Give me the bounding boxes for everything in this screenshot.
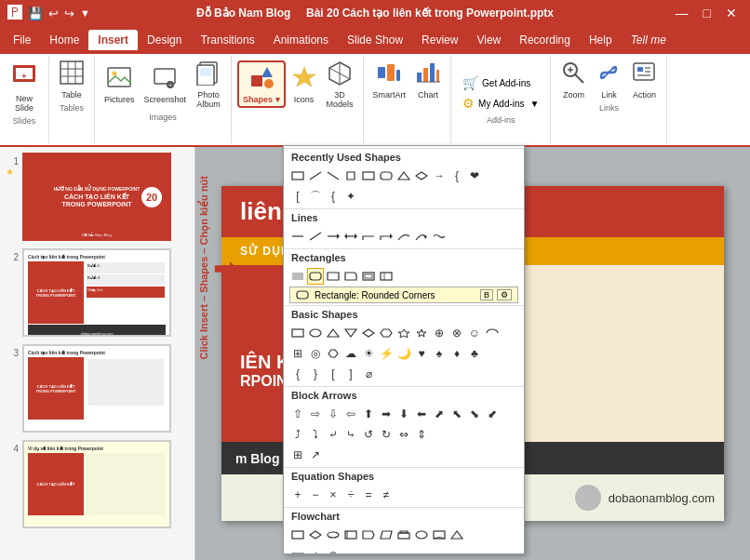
- shape-bs-26[interactable]: [: [325, 366, 342, 382]
- shape-brace[interactable]: {: [449, 167, 465, 184]
- eq-5[interactable]: =: [360, 487, 377, 503]
- zoom-button[interactable]: Zoom: [556, 58, 590, 101]
- line-scribble[interactable]: [431, 228, 448, 245]
- screenshot-button[interactable]: + Screenshot: [141, 62, 191, 106]
- rect-fold[interactable]: [342, 268, 359, 285]
- shape-angle[interactable]: ⌒: [307, 188, 324, 205]
- shape-bs-8[interactable]: [413, 325, 430, 341]
- line-straight[interactable]: [289, 228, 306, 245]
- fc-7[interactable]: [395, 527, 412, 543]
- customize-icon[interactable]: ▼: [80, 7, 90, 19]
- shape-bs-18[interactable]: ⚡: [378, 345, 395, 362]
- shape-curly[interactable]: {: [325, 188, 342, 205]
- ba-4[interactable]: ⇦: [342, 406, 359, 422]
- slide-thumb-3[interactable]: 3 Cách tạo liên kết trong Powerpoint CÁC…: [4, 342, 191, 434]
- redo-icon[interactable]: ↪: [64, 7, 74, 20]
- shape-bs-14[interactable]: ◎: [307, 345, 324, 362]
- photo-album-button[interactable]: PhotoAlbum: [192, 58, 225, 111]
- line-dbl-arrow[interactable]: [342, 228, 359, 245]
- fc-13[interactable]: ⊙: [325, 547, 342, 554]
- ba-19[interactable]: ⇔: [395, 426, 412, 443]
- shape-tri[interactable]: [395, 167, 412, 184]
- menu-view[interactable]: View: [467, 30, 510, 50]
- shape-line2[interactable]: [325, 167, 342, 184]
- get-addins-button[interactable]: 🛒 Get Add-ins: [459, 74, 542, 91]
- menu-file[interactable]: File: [4, 30, 40, 50]
- ba-9[interactable]: ⬈: [431, 406, 448, 422]
- shape-diamond[interactable]: [413, 167, 430, 184]
- rect-snip-corner[interactable]: [325, 268, 342, 285]
- ba-13[interactable]: ⤴: [289, 426, 306, 443]
- shape-bs-11[interactable]: ☺: [466, 325, 483, 341]
- maximize-button[interactable]: □: [698, 6, 717, 20]
- rect-rounded[interactable]: [307, 268, 324, 285]
- tooltip-btn1[interactable]: B: [480, 289, 493, 300]
- menu-help[interactable]: Help: [580, 30, 622, 50]
- shape-parallelogram[interactable]: [342, 167, 359, 184]
- shape-heart[interactable]: ❤: [466, 167, 483, 184]
- slide-thumb-1[interactable]: 1 ★ HƯỚNG DẪN SỬ DỤNG POWERPOINT CÁCH TẠ…: [4, 151, 191, 243]
- shape-bs-2[interactable]: [307, 325, 324, 341]
- ba-8[interactable]: ⬅: [413, 406, 430, 422]
- shape-bs-10[interactable]: ⊗: [449, 325, 465, 341]
- menu-review[interactable]: Review: [412, 30, 467, 50]
- ba-3[interactable]: ⇩: [325, 406, 342, 422]
- save-icon[interactable]: 💾: [28, 7, 43, 20]
- new-slide-button[interactable]: + NewSlide: [6, 58, 43, 114]
- menu-insert[interactable]: Insert: [88, 30, 138, 50]
- shape-bs-15[interactable]: [325, 345, 342, 362]
- menu-slideshow[interactable]: Slide Show: [338, 30, 412, 50]
- shape-bs-4[interactable]: [342, 325, 359, 341]
- menu-animations[interactable]: Animations: [264, 30, 338, 50]
- icons-button[interactable]: Icons: [288, 62, 321, 106]
- ba-21[interactable]: ⊞: [289, 447, 306, 463]
- shape-rect[interactable]: [289, 167, 306, 184]
- minimize-button[interactable]: —: [670, 6, 694, 20]
- slide-thumb-4[interactable]: 4 Ví dụ về liên kết trong Powerpoint CÁC…: [4, 438, 191, 530]
- ba-1[interactable]: ⇧: [289, 406, 306, 422]
- eq-6[interactable]: ≠: [378, 487, 395, 503]
- ba-18[interactable]: ↻: [378, 426, 395, 443]
- ba-11[interactable]: ⬊: [466, 406, 483, 422]
- shape-bs-28[interactable]: ⌀: [360, 366, 377, 382]
- fc-6[interactable]: [378, 527, 395, 543]
- shape-bs-22[interactable]: ♦: [449, 345, 465, 362]
- shape-bs-6[interactable]: [378, 325, 395, 341]
- line-elbow-arrow[interactable]: [378, 228, 395, 245]
- fc-4[interactable]: [342, 527, 359, 543]
- shape-bs-27[interactable]: ]: [342, 366, 359, 382]
- shape-bs-7[interactable]: [395, 325, 412, 341]
- slide-thumb-2[interactable]: 2 Cách tạo liên kết trong Powerpoint CÁC…: [4, 247, 191, 339]
- undo-icon[interactable]: ↩: [48, 7, 59, 20]
- shape-bs-12[interactable]: [484, 325, 501, 341]
- shape-bs-23[interactable]: ♣: [466, 345, 483, 362]
- shape-bs-20[interactable]: ♥: [413, 345, 430, 362]
- ba-15[interactable]: ⤶: [325, 426, 342, 443]
- menu-recording[interactable]: Recording: [510, 30, 580, 50]
- ba-5[interactable]: ⬆: [360, 406, 377, 422]
- ba-6[interactable]: ➡: [378, 406, 395, 422]
- table-button[interactable]: Table: [55, 58, 88, 101]
- eq-4[interactable]: ÷: [342, 487, 359, 503]
- menu-tell-me[interactable]: Tell me: [622, 30, 676, 50]
- ba-17[interactable]: ↺: [360, 426, 377, 443]
- shape-bs-25[interactable]: }: [307, 366, 324, 382]
- rect-striped[interactable]: [378, 268, 395, 285]
- line-arrow[interactable]: [325, 228, 342, 245]
- ba-22[interactable]: ↗: [307, 447, 324, 463]
- shape-arrow-r[interactable]: →: [431, 167, 448, 184]
- ba-14[interactable]: ⤵: [307, 426, 324, 443]
- ba-12[interactable]: ⬋: [484, 406, 501, 422]
- shape-bs-24[interactable]: {: [289, 366, 306, 382]
- fc-11[interactable]: [289, 547, 306, 554]
- 3d-models-button[interactable]: 3DModels: [323, 58, 357, 111]
- shape-bracket[interactable]: [: [289, 188, 306, 205]
- fc-2[interactable]: [307, 527, 324, 543]
- smartart-button[interactable]: SmartArt: [369, 58, 410, 101]
- ba-2[interactable]: ⇨: [307, 406, 324, 422]
- line-curve[interactable]: [395, 228, 412, 245]
- fc-3[interactable]: [325, 527, 342, 543]
- menu-home[interactable]: Home: [40, 30, 88, 50]
- line-curve-arrow[interactable]: [413, 228, 430, 245]
- rect-plain[interactable]: [289, 268, 306, 285]
